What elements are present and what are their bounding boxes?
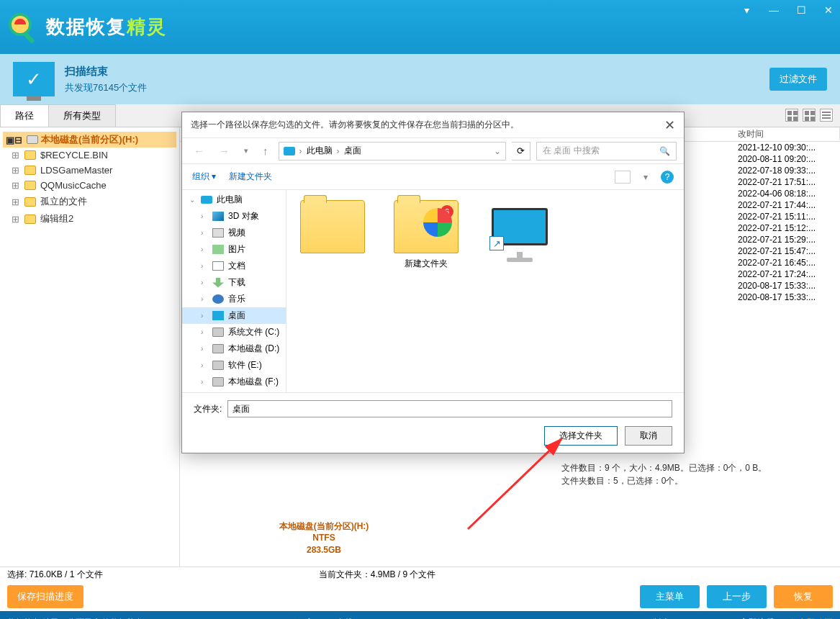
dropdown-icon[interactable]: ▾	[739, 4, 754, 16]
nav-tree-item[interactable]: ›图片	[182, 241, 286, 258]
action-row: 保存扫描进度 主菜单 上一步 恢复	[0, 582, 840, 611]
previous-button[interactable]: 上一步	[707, 585, 767, 608]
search-input[interactable]: 在 桌面 中搜索 🔍	[536, 142, 677, 161]
view-large-icon[interactable]	[785, 109, 798, 122]
nav-tree-item[interactable]: ›文档	[182, 258, 286, 274]
tab-all-types[interactable]: 所有类型	[48, 104, 116, 127]
address-bar[interactable]: › 此电脑 › 桌面 ⌄	[279, 142, 507, 161]
view-list-icon[interactable]	[820, 109, 833, 122]
filter-files-button[interactable]: 过滤文件	[769, 68, 827, 91]
folder-tree: ▣⊟ 本地磁盘(当前分区)(H:) ⊞$RECYCLE.BIN⊞LDSGameM…	[0, 127, 180, 566]
selected-info: 选择: 716.0KB / 1 个文件	[7, 569, 103, 581]
organize-menu[interactable]: 组织 ▾	[192, 171, 216, 183]
monitor-check-icon: ✓	[13, 62, 55, 96]
recover-button[interactable]: 恢复	[774, 585, 833, 608]
app-title-b: 精灵	[127, 14, 167, 40]
folder-icon	[24, 214, 36, 224]
file-item[interactable]	[484, 200, 556, 258]
folder-name-input[interactable]	[227, 400, 672, 417]
tree-this-pc[interactable]: ⌄ 此电脑	[182, 191, 286, 208]
scan-heading: 扫描结束	[65, 65, 147, 78]
refresh-icon[interactable]: ⟳	[512, 142, 530, 161]
nav-tree-item[interactable]: ›下载	[182, 274, 286, 291]
cube-icon	[212, 212, 224, 221]
hdd-icon	[212, 327, 224, 337]
help-icon[interactable]: ?	[661, 171, 674, 184]
disk-card: 本地磁盘(当前分区)(H:) NTFS 283.5GB	[274, 520, 374, 556]
computer-icon	[201, 196, 212, 204]
dl-icon	[212, 278, 224, 288]
maximize-icon[interactable]: ☐	[794, 4, 808, 16]
doc-icon	[212, 261, 224, 271]
disk-icon	[27, 135, 38, 144]
folder-icon	[24, 150, 36, 160]
nav-back-icon[interactable]: ←	[189, 143, 209, 158]
minimize-icon[interactable]: —	[767, 4, 781, 16]
nav-tree-item[interactable]: ›音乐	[182, 291, 286, 307]
computer-icon	[284, 147, 295, 155]
vid-icon	[212, 228, 224, 238]
tab-path[interactable]: 路径	[0, 104, 49, 127]
app-title-a: 数据恢复	[46, 14, 127, 40]
current-folder-info: 当前文件夹：4.9MB / 9 个文件	[319, 569, 436, 581]
nav-up-icon[interactable]: ↑	[258, 143, 273, 158]
search-icon: 🔍	[659, 146, 670, 156]
view-small-icon[interactable]	[803, 109, 816, 122]
dialog-file-view: 6新建文件夹	[286, 190, 684, 392]
nav-tree-item[interactable]: ›3D 对象	[182, 208, 286, 225]
folder-icon	[24, 181, 36, 190]
folder-icon: 6	[394, 200, 459, 253]
app-logo: 数据恢复 精灵	[6, 10, 167, 45]
nav-tree-item[interactable]: ›本地磁盘 (F:)	[182, 374, 286, 390]
tree-item[interactable]: ⊞孤立的文件	[3, 193, 176, 210]
nav-history-icon[interactable]: ▾	[240, 145, 253, 157]
nav-tree-item[interactable]: ›软件 (E:)	[182, 357, 286, 374]
hdd-icon	[212, 377, 224, 387]
hdd-icon	[212, 344, 224, 353]
shortcut-icon	[487, 200, 552, 253]
cancel-button[interactable]: 取消	[625, 426, 672, 446]
hdd-icon	[212, 361, 224, 370]
tree-root-label: 本地磁盘(当前分区)(H:)	[41, 133, 138, 146]
dialog-title: 选择一个路径以保存您勾选的文件。请勿将要恢复的文件保存在您当前扫描的分区中。	[191, 119, 519, 131]
nav-forward-icon[interactable]: →	[214, 143, 234, 158]
dialog-close-icon[interactable]: ✕	[664, 117, 675, 133]
folder-label: 文件夹:	[194, 403, 222, 415]
tree-item[interactable]: ⊞$RECYCLE.BIN	[3, 148, 176, 163]
nav-tree-item[interactable]: ›桌面	[182, 307, 286, 324]
selection-status-bar: 选择: 716.0KB / 1 个文件 当前文件夹：4.9MB / 9 个文件	[0, 566, 840, 582]
folder-icon	[24, 166, 36, 175]
dialog-nav-tree: ⌄ 此电脑 ›3D 对象›视频›图片›文档›下载›音乐›桌面›系统文件 (C:)…	[182, 190, 286, 392]
pic-icon	[212, 245, 224, 254]
tree-root[interactable]: ▣⊟ 本地磁盘(当前分区)(H:)	[3, 132, 176, 148]
view-options-icon[interactable]	[615, 171, 631, 184]
scan-status-bar: ✓ 扫描结束 共发现76145个文件 过滤文件	[0, 54, 840, 104]
titlebar: 数据恢复 精灵 ▾ — ☐ ✕	[0, 0, 840, 54]
file-summary: 文件数目：9 个，大小：4.9MB。已选择：0个，0 B。 文件夹数目：5，已选…	[561, 461, 767, 487]
file-item[interactable]: 6新建文件夹	[390, 200, 462, 270]
select-folder-button[interactable]: 选择文件夹	[544, 426, 618, 446]
folder-icon	[24, 197, 36, 207]
music-icon	[212, 294, 224, 304]
magnifier-icon	[6, 10, 40, 45]
save-progress-button[interactable]: 保存扫描进度	[7, 585, 83, 608]
tree-item[interactable]: ⊞编辑组2	[3, 210, 176, 227]
close-icon[interactable]: ✕	[821, 4, 836, 16]
folder-icon	[300, 200, 365, 253]
nav-tree-item[interactable]: ›本地磁盘 (D:)	[182, 340, 286, 357]
file-item[interactable]	[297, 200, 369, 258]
scan-found-count: 共发现76145个文件	[65, 81, 147, 94]
tree-item[interactable]: ⊞LDSGameMaster	[3, 163, 176, 178]
col-modified[interactable]: 改时间	[732, 128, 840, 140]
desk-icon	[212, 311, 224, 320]
main-menu-button[interactable]: 主菜单	[640, 585, 700, 608]
nav-tree-item[interactable]: ›系统文件 (C:)	[182, 324, 286, 340]
svg-rect-1	[23, 32, 35, 44]
browse-folder-dialog: 选择一个路径以保存您勾选的文件。请勿将要恢复的文件保存在您当前扫描的分区中。 ✕…	[181, 112, 685, 453]
footer: 数据恢复精灵 - 分区及文件数据恢复 🐧 客服QQ在线 版本：4.4.0.435…	[0, 611, 840, 619]
nav-tree-item[interactable]: ›视频	[182, 225, 286, 241]
tree-item[interactable]: ⊞QQMusicCache	[3, 178, 176, 193]
new-folder-button[interactable]: 新建文件夹	[229, 171, 272, 183]
